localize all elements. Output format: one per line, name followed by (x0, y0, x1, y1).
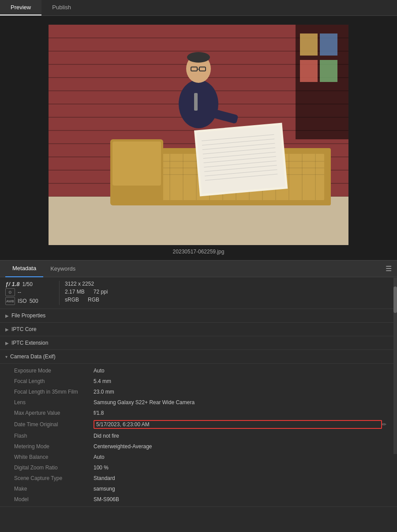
svg-rect-52 (194, 93, 198, 111)
exif-row-scene-capture: Scene Capture Type Standard (0, 473, 397, 484)
filesize-value: 2.17 MB (65, 289, 85, 295)
metadata-panel: Metadata Keywords ☰ ƒ/ 1.8 1/50 ⊙ -- (0, 260, 397, 507)
shutter-value: 1/50 (22, 281, 33, 287)
aperture-shutter-row: ƒ/ 1.8 1/50 (5, 281, 54, 287)
awb-iso-row: AWB ISO500 (5, 297, 54, 305)
color-mode-value: RGB (88, 297, 99, 303)
exif-row-digital-zoom: Digital Zoom Ratio 100 % (0, 462, 397, 473)
top-tabs: Preview Publish (0, 0, 397, 16)
label-white-balance: White Balance (14, 454, 94, 460)
colorprofile-row: sRGB RGB (65, 297, 108, 303)
svg-rect-58 (320, 60, 337, 82)
exif-row-focal-length: Focal Length 5.4 mm (0, 376, 397, 387)
value-model: SM-S906B (94, 496, 386, 502)
section-camera-data[interactable]: ▾ Camera Data (Exif) (0, 350, 397, 364)
label-scene-capture: Scene Capture Type (14, 475, 94, 481)
value-metering-mode: Centerweighted-Average (94, 443, 386, 450)
label-metering-mode: Metering Mode (14, 443, 94, 450)
tab-keywords[interactable]: Keywords (43, 260, 82, 277)
value-max-aperture: f/1.8 (94, 410, 386, 416)
exif-table: Exposure Mode Auto Focal Length 5.4 mm F… (0, 364, 397, 507)
iso-label: ISO (18, 298, 27, 304)
meta-menu-icon[interactable]: ☰ (386, 264, 392, 273)
tab-publish[interactable]: Publish (41, 0, 82, 15)
svg-rect-57 (300, 60, 318, 82)
label-model: Model (14, 496, 94, 502)
edit-datetime-icon[interactable]: ✏ (382, 421, 386, 428)
meta-tabs-bar: Metadata Keywords ☰ (0, 260, 397, 277)
meter-dash: -- (18, 289, 21, 295)
svg-rect-45 (112, 141, 161, 186)
label-focal-length-35mm: Focal Length in 35mm Film (14, 389, 94, 395)
label-exposure-mode: Exposure Mode (14, 368, 94, 374)
label-max-aperture: Max Aperture Value (14, 410, 94, 416)
value-lens: Samsung Galaxy S22+ Rear Wide Camera (94, 399, 386, 406)
label-flash: Flash (14, 433, 94, 439)
value-make: samsung (94, 486, 386, 492)
label-lens: Lens (14, 399, 94, 406)
exif-row-datetime-original: Date Time Original 5/17/2023, 6:23:00 AM… (0, 418, 397, 431)
chevron-iptc-core: ▶ (5, 327, 9, 332)
color-profile-value: sRGB (65, 297, 79, 303)
label-focal-length: Focal Length (14, 378, 94, 384)
exif-row-max-aperture: Max Aperture Value f/1.8 (0, 408, 397, 418)
dimensions-row: 3122 x 2252 (65, 281, 108, 287)
chevron-file-properties: ▶ (5, 313, 9, 318)
exif-row-focal-length-35mm: Focal Length in 35mm Film 23.0 mm (0, 387, 397, 397)
filesize-ppi-row: 2.17 MB 72 ppi (65, 289, 108, 295)
value-scene-capture: Standard (94, 475, 386, 481)
camera-right-info: 3122 x 2252 2.17 MB 72 ppi sRGB RGB (65, 281, 108, 305)
dimensions-value: 3122 x 2252 (65, 281, 94, 287)
camera-strip: ƒ/ 1.8 1/50 ⊙ -- AWB ISO500 (0, 277, 397, 309)
value-exposure-mode: Auto (94, 368, 386, 374)
tab-metadata[interactable]: Metadata (5, 260, 43, 277)
scrollbar-thumb[interactable] (393, 286, 397, 313)
ppi-value: 72 ppi (94, 289, 108, 295)
camera-left-info: ƒ/ 1.8 1/50 ⊙ -- AWB ISO500 (5, 281, 54, 305)
svg-point-51 (187, 52, 210, 63)
scrollbar[interactable] (393, 278, 397, 454)
section-file-properties[interactable]: ▶ File Properties (0, 309, 397, 323)
image-filename: 20230517-062259.jpg (173, 249, 225, 255)
svg-point-46 (179, 80, 218, 128)
chevron-camera-data: ▾ (5, 354, 7, 359)
label-datetime-original: Date Time Original (14, 421, 94, 428)
awb-icon: AWB (5, 297, 15, 305)
chevron-iptc-extension: ▶ (5, 341, 9, 346)
svg-rect-55 (300, 33, 318, 56)
tab-preview[interactable]: Preview (0, 0, 41, 15)
value-focal-length: 5.4 mm (94, 378, 386, 384)
photo-container (49, 25, 348, 245)
exif-row-lens: Lens Samsung Galaxy S22+ Rear Wide Camer… (0, 397, 397, 408)
label-make: Make (14, 486, 94, 492)
exif-row-exposure-mode: Exposure Mode Auto (0, 365, 397, 376)
strip-divider (59, 281, 60, 305)
section-iptc-extension[interactable]: ▶ IPTC Extension (0, 336, 397, 350)
exif-row-white-balance: White Balance Auto (0, 452, 397, 462)
value-datetime-original: 5/17/2023, 6:23:00 AM (94, 420, 382, 429)
svg-rect-56 (320, 33, 337, 56)
value-flash: Did not fire (94, 433, 386, 439)
value-digital-zoom: 100 % (94, 465, 386, 471)
meter-row: ⊙ -- (5, 288, 54, 296)
section-iptc-core[interactable]: ▶ IPTC Core (0, 323, 397, 336)
iso-value: 500 (30, 298, 38, 304)
aperture-value: ƒ/ 1.8 (5, 281, 20, 287)
value-white-balance: Auto (94, 454, 386, 460)
exif-row-flash: Flash Did not fire (0, 431, 397, 441)
image-area: 20230517-062259.jpg (0, 16, 397, 260)
exif-row-make: Make samsung (0, 484, 397, 494)
exif-row-model: Model SM-S906B (0, 494, 397, 505)
exif-row-metering-mode: Metering Mode Centerweighted-Average (0, 441, 397, 452)
meter-icon: ⊙ (5, 288, 15, 296)
label-digital-zoom: Digital Zoom Ratio (14, 465, 94, 471)
value-focal-length-35mm: 23.0 mm (94, 389, 386, 395)
